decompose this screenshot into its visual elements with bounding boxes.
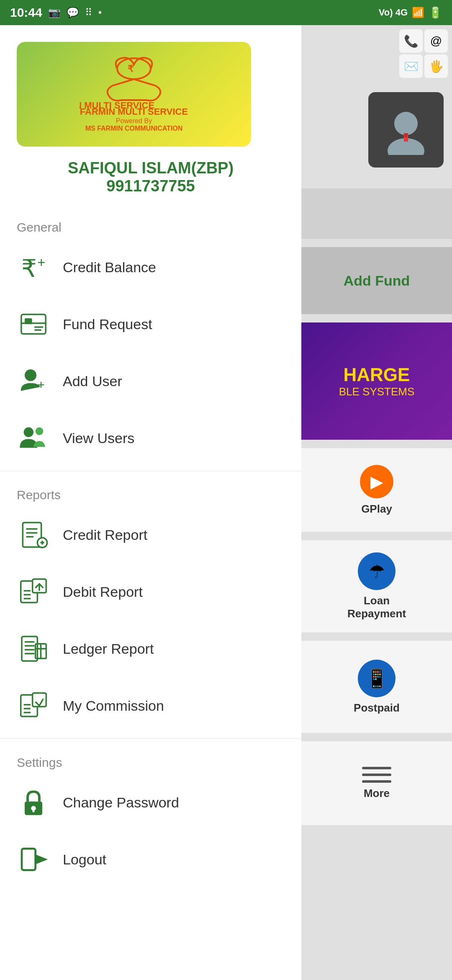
gplay-text: GPlay xyxy=(361,503,392,516)
company-name: MS FARMIN COMMUNICATION xyxy=(85,125,183,132)
banner-title: HARGE xyxy=(344,364,410,385)
gplay-icon: ▶ xyxy=(360,465,393,498)
sidebar-item-fund-request[interactable]: Fund Request xyxy=(0,296,301,353)
message-icon[interactable]: ✉️ xyxy=(399,54,423,78)
loan-text: LoanRepayment xyxy=(347,594,406,620)
section-settings-header: Settings xyxy=(0,743,301,774)
camera-icon: 📷 xyxy=(48,7,61,18)
svg-point-0 xyxy=(117,58,151,79)
powered-by: Powered By xyxy=(116,117,152,125)
svg-point-45 xyxy=(394,112,418,135)
logo-card: ₹ FARMIN MULTI SERVICE FARMIN MULTI SERV… xyxy=(17,42,251,147)
add-user-icon: + xyxy=(17,364,50,398)
svg-text:₹: ₹ xyxy=(128,64,134,74)
divider-2 xyxy=(0,738,301,739)
sidebar-item-credit-balance[interactable]: ₹ + Credit Balance xyxy=(0,239,301,296)
sidebar-item-ledger-report[interactable]: Ledger Report xyxy=(0,620,301,677)
svg-point-12 xyxy=(24,427,33,437)
add-user-label: Add User xyxy=(63,373,122,389)
logo-container: ₹ FARMIN MULTI SERVICE FARMIN MULTI SERV… xyxy=(17,42,251,147)
contact-icons: 📞 @ ✉️ 🖐️ xyxy=(399,29,448,78)
status-left: 10:44 📷 💬 ⠿ • xyxy=(10,5,102,20)
battery-icon: 🔋 xyxy=(429,6,442,19)
carrier-text: Vo) 4G xyxy=(379,7,408,18)
status-bar: 10:44 📷 💬 ⠿ • Vo) 4G 📶 🔋 xyxy=(0,0,452,25)
credit-report-icon xyxy=(17,518,50,552)
right-more[interactable]: More xyxy=(301,741,452,825)
credit-balance-icon: ₹ + xyxy=(17,250,50,284)
phone-icon[interactable]: 📞 xyxy=(399,29,423,53)
section-reports-header: Reports xyxy=(0,475,301,506)
debit-report-label: Debit Report xyxy=(63,584,143,600)
right-banner: HARGE BLE SYSTEMS xyxy=(301,322,452,440)
status-right: Vo) 4G 📶 🔋 xyxy=(379,6,442,19)
svg-text:+: + xyxy=(37,255,45,270)
fund-request-label: Fund Request xyxy=(63,316,152,333)
more-line-1 xyxy=(362,767,391,769)
status-time: 10:44 xyxy=(10,5,42,20)
more-text: More xyxy=(364,787,390,800)
sidebar-header: ₹ FARMIN MULTI SERVICE FARMIN MULTI SERV… xyxy=(0,25,301,208)
apps-icon: ⠿ xyxy=(85,7,92,18)
sidebar-item-debit-report[interactable]: Debit Report xyxy=(0,563,301,620)
postpaid-icon: 📱 xyxy=(358,660,396,697)
view-users-label: View Users xyxy=(63,430,134,446)
user-phone: 9911737755 xyxy=(17,177,285,195)
more-line-2 xyxy=(362,774,391,776)
change-password-icon xyxy=(17,786,50,819)
right-loan-repayment[interactable]: ☂ LoanRepayment xyxy=(301,540,452,632)
brand-name: FARMIN MULTI SERVICE xyxy=(80,106,188,117)
svg-rect-43 xyxy=(22,848,36,870)
credit-report-label: Credit Report xyxy=(63,527,147,543)
sidebar-item-add-user[interactable]: + Add User xyxy=(0,353,301,410)
debit-report-icon xyxy=(17,575,50,609)
right-gplay[interactable]: ▶ GPlay xyxy=(301,448,452,532)
email-icon[interactable]: @ xyxy=(424,29,448,53)
postpaid-text: Postpaid xyxy=(354,701,400,714)
sidebar-item-change-password[interactable]: Change Password xyxy=(0,774,301,831)
credit-balance-label: Credit Balance xyxy=(63,259,156,276)
sidebar-item-logout[interactable]: Logout xyxy=(0,831,301,888)
change-password-label: Change Password xyxy=(63,794,179,811)
sidebar-item-my-commission[interactable]: My Commission xyxy=(0,677,301,734)
whatsapp-icon: 💬 xyxy=(67,7,79,18)
sidebar-item-credit-report[interactable]: Credit Report xyxy=(0,506,301,563)
more-lines-icon xyxy=(362,767,391,783)
right-card-gray xyxy=(301,188,452,239)
logout-icon xyxy=(17,843,50,876)
right-postpaid[interactable]: 📱 Postpaid xyxy=(301,641,452,733)
logout-label: Logout xyxy=(63,851,106,868)
svg-text:+: + xyxy=(37,378,45,392)
hand-icon[interactable]: 🖐️ xyxy=(424,54,448,78)
section-general-header: General xyxy=(0,208,301,239)
right-add-fund[interactable]: Add Fund xyxy=(301,247,452,314)
loan-icon: ☂ xyxy=(358,552,396,590)
user-name: SAFIQUL ISLAM(ZBP) xyxy=(17,159,285,177)
svg-rect-42 xyxy=(33,808,35,812)
sidebar-drawer: ₹ FARMIN MULTI SERVICE FARMIN MULTI SERV… xyxy=(0,25,301,980)
view-users-icon xyxy=(17,421,50,455)
svg-text:₹: ₹ xyxy=(21,255,37,282)
divider-1 xyxy=(0,471,301,471)
my-commission-icon xyxy=(17,689,50,722)
svg-rect-5 xyxy=(21,315,46,334)
add-fund-text: Add Fund xyxy=(344,273,410,289)
user-avatar xyxy=(368,92,444,168)
dot-icon: • xyxy=(98,7,102,18)
ledger-report-label: Ledger Report xyxy=(63,641,154,657)
banner-subtitle: BLE SYSTEMS xyxy=(339,385,415,398)
right-panel: 📞 @ ✉️ 🖐️ Add Fund HARGE BLE SYSTEMS xyxy=(301,25,452,980)
svg-point-10 xyxy=(25,369,36,381)
my-commission-label: My Commission xyxy=(63,698,164,714)
avatar-svg xyxy=(381,105,431,155)
more-line-3 xyxy=(362,780,391,783)
main-layout: ₹ FARMIN MULTI SERVICE FARMIN MULTI SERV… xyxy=(0,25,452,980)
brand-logo-svg: ₹ FARMIN MULTI SERVICE xyxy=(80,56,188,111)
fund-request-icon xyxy=(17,307,50,341)
ledger-report-icon xyxy=(17,632,50,665)
sidebar-item-view-users[interactable]: View Users xyxy=(0,410,301,467)
svg-point-13 xyxy=(36,427,44,435)
signal-icon: 📶 xyxy=(412,7,424,18)
